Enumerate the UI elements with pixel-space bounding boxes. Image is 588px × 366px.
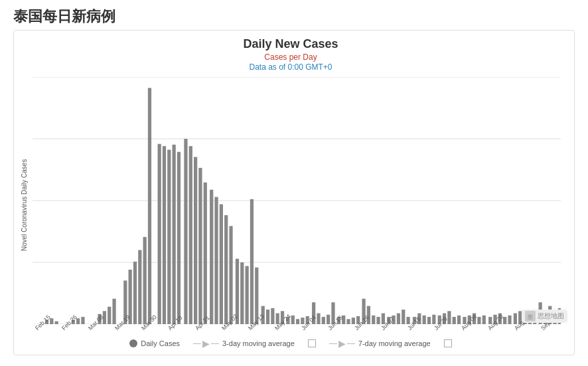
legend-daily-cases-label: Daily Cases [141,339,180,347]
legend-3day-box [308,339,316,347]
legend-daily-cases: Daily Cases [129,339,180,347]
svg-rect-24 [143,237,147,324]
svg-rect-90 [482,316,486,324]
legend-7day-avg: ▶ 7-day moving average [329,339,431,348]
svg-rect-79 [427,317,431,324]
legend-7day-label: 7-day moving average [358,339,431,347]
grid-and-bars: 200 150 100 50 0 [33,77,561,324]
svg-rect-27 [163,146,166,324]
legend-3day-checkbox[interactable] [308,339,316,347]
chart-legend: Daily Cases ▶ 3-day moving average ▶ [21,339,561,348]
watermark-icon: 图 [525,311,536,321]
chart-subtitle-cases-per-day: Cases per Day [21,52,561,62]
page-wrapper: 泰国每日新病例 Daily New Cases Cases per Day Da… [0,0,588,366]
svg-rect-30 [177,152,181,324]
svg-rect-34 [198,168,202,324]
svg-rect-19 [112,299,115,324]
svg-rect-31 [184,139,187,324]
svg-rect-44 [250,199,254,324]
chart-svg: 200 150 100 50 0 [33,77,561,324]
svg-rect-80 [432,315,435,324]
watermark-text: 图 思想地图 [522,310,567,323]
svg-rect-15 [81,317,84,324]
svg-rect-32 [189,146,192,324]
svg-rect-74 [402,310,405,324]
chart-title: Daily New Cases [21,37,561,51]
svg-rect-25 [148,88,151,324]
svg-rect-47 [266,310,269,324]
svg-rect-68 [372,316,375,324]
svg-rect-29 [173,145,176,324]
watermark: 图 思想地图 [522,310,567,323]
x-axis-labels: Feb 15 Feb 26 Mar 08 Mar 19 Mar 30 Apr 1… [33,327,561,333]
svg-rect-85 [457,316,461,324]
legend-7day-box [444,339,452,347]
svg-text:图: 图 [528,314,533,320]
svg-rect-37 [214,197,218,324]
svg-rect-23 [138,250,141,324]
svg-rect-43 [245,266,248,324]
svg-rect-95 [508,316,511,324]
svg-rect-26 [158,144,161,324]
chart-subtitle-data-date: Data as of 0:00 GMT+0 [21,62,561,72]
svg-rect-38 [220,204,223,324]
legend-daily-cases-icon [129,339,137,347]
chart-area: 200 150 100 50 0 [33,77,561,333]
svg-rect-33 [194,157,197,324]
svg-rect-63 [346,319,350,324]
svg-rect-69 [376,317,380,324]
svg-rect-36 [210,190,213,324]
legend-3day-avg: ▶ 3-day moving average [193,339,295,348]
svg-rect-22 [133,262,137,324]
legend-3day-line: ▶ [193,339,219,348]
chart-body: Novel Coronavirus Daily Cases 200 150 [21,77,561,333]
svg-rect-84 [453,317,456,324]
svg-rect-73 [397,314,400,324]
legend-7day-checkbox[interactable] [444,339,452,347]
svg-rect-12 [55,321,58,324]
svg-rect-42 [240,262,244,324]
legend-3day-label: 3-day moving average [222,339,295,347]
legend-7day-line: ▶ [329,339,355,348]
svg-rect-58 [322,317,325,324]
svg-rect-40 [229,226,232,324]
svg-rect-64 [352,318,355,324]
svg-rect-53 [296,319,299,324]
svg-rect-35 [204,183,207,324]
y-axis-label: Novel Coronavirus Daily Cases [21,77,33,333]
svg-rect-39 [224,215,228,324]
page-title: 泰国每日新病例 [13,7,575,27]
svg-rect-48 [271,308,274,324]
svg-rect-18 [108,307,111,324]
chart-container: Daily New Cases Cases per Day Data as of… [13,30,575,355]
svg-rect-28 [167,149,171,324]
